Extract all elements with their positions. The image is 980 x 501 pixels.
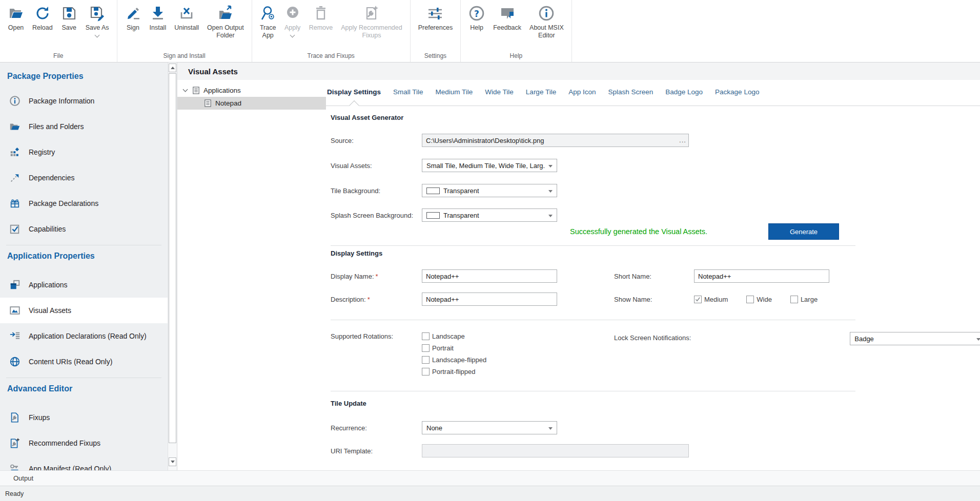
toolbar-button-install[interactable]: Install: [146, 0, 171, 32]
tab-wide-tile[interactable]: Wide Tile: [485, 88, 514, 97]
tab-badge-logo[interactable]: Badge Logo: [665, 88, 703, 97]
sidebar-item-recommended-fixups[interactable]: Recommended Fixups: [0, 430, 168, 456]
checkbox-medium[interactable]: [694, 296, 702, 303]
toolbar-button-open[interactable]: Open: [4, 0, 28, 32]
toolbar-group-settings: PreferencesSettings: [411, 0, 461, 62]
sidebar-item-applications[interactable]: Applications: [0, 272, 168, 298]
sidebar-item-application-declarations-read-only[interactable]: Application Declarations (Read Only): [0, 323, 168, 349]
rotation-option-landscape[interactable]: Landscape: [422, 332, 486, 340]
toolbar-button-trace-app[interactable]: Trace App: [256, 0, 280, 39]
tab-large-tile[interactable]: Large Tile: [526, 88, 556, 97]
visual-assets-select[interactable]: Small Tile, Medium Tile, Wide Tile, Larg…: [422, 159, 557, 172]
checkbox-landscape[interactable]: [422, 332, 430, 340]
toolbar-button-open-output-folder[interactable]: Open Output Folder: [203, 0, 248, 39]
rotation-option-portrait-flipped[interactable]: Portrait-flipped: [422, 368, 486, 375]
tab-splash-screen[interactable]: Splash Screen: [608, 88, 653, 97]
visual-assets-row: Visual Assets: Small Tile, Medium Tile, …: [331, 159, 980, 172]
recurrence-select[interactable]: None: [422, 421, 557, 434]
sidebar-item-registry[interactable]: Registry: [0, 139, 168, 165]
folder-icon: [9, 121, 22, 132]
splash-background-select[interactable]: Transparent: [422, 208, 557, 222]
show-name-option-wide[interactable]: Wide: [746, 296, 772, 303]
scrollbar-thumb[interactable]: [169, 73, 176, 443]
dependency-arrow-icon: [9, 172, 22, 183]
sidebar-item-capabilities[interactable]: Capabilities: [0, 216, 168, 242]
toolbar-button-save[interactable]: Save: [57, 0, 81, 32]
key-list-icon: [9, 463, 22, 470]
source-field[interactable]: ...: [422, 134, 689, 147]
source-input[interactable]: [422, 137, 677, 144]
browse-button[interactable]: ...: [677, 138, 688, 143]
sidebar-item-dependencies[interactable]: Dependencies: [0, 165, 168, 191]
display-name-input[interactable]: [422, 269, 557, 283]
toolbar-button-preferences[interactable]: Preferences: [414, 0, 457, 32]
toolbar-button-apply-recommended-fixups[interactable]: Apply Recommended Fixups: [337, 0, 406, 39]
sidebar-divider: [6, 378, 161, 378]
folder-arrow-icon: [217, 4, 234, 23]
visual-assets-label: Visual Assets:: [331, 162, 422, 170]
scroll-down-button[interactable]: [169, 457, 176, 466]
toolbar-button-apply[interactable]: Apply: [280, 0, 305, 37]
show-name-option-large[interactable]: Large: [790, 296, 818, 303]
tab-small-tile[interactable]: Small Tile: [393, 88, 423, 97]
sidebar-item-files-and-folders[interactable]: Files and Folders: [0, 114, 168, 139]
lock-screen-select[interactable]: Badge: [850, 332, 980, 345]
workspace: Package PropertiesPackage InformationFil…: [0, 62, 980, 470]
checkbox-label: Portrait-flipped: [432, 368, 476, 375]
rotations-row: Supported Rotations: LandscapePortraitLa…: [331, 330, 980, 380]
sidebar-item-label: Visual Assets: [29, 306, 71, 315]
toolbar-button-reload[interactable]: Reload: [28, 0, 57, 32]
rotation-option-portrait[interactable]: Portrait: [422, 344, 486, 352]
sidebar-item-package-declarations[interactable]: Package Declarations: [0, 191, 168, 216]
checkbox-portrait-flipped[interactable]: [422, 368, 430, 375]
sidebar-scrollbar[interactable]: [168, 62, 177, 470]
toolbar-button-label: Open: [8, 24, 24, 32]
uninstall-x-icon: [178, 4, 195, 23]
sidebar-item-label: Package Declarations: [29, 199, 98, 207]
checkbox-wide[interactable]: [746, 296, 754, 303]
toolbar-button-feedback[interactable]: Feedback: [489, 0, 525, 32]
scroll-up-button[interactable]: [169, 64, 176, 72]
section-heading-display-settings: Display Settings: [331, 249, 980, 258]
rotation-option-landscape-flipped[interactable]: Landscape-flipped: [422, 356, 486, 364]
toolbar-button-save-as[interactable]: Save As: [81, 0, 113, 37]
uri-template-input[interactable]: [422, 444, 689, 457]
display-name-row: Display Name:* Short Name:: [331, 269, 980, 283]
tile-background-select[interactable]: Transparent: [422, 184, 557, 197]
sidebar-heading-package-properties: Package Properties: [0, 71, 168, 82]
toolbar-button-sign[interactable]: Sign: [121, 0, 146, 32]
short-name-input[interactable]: [694, 269, 829, 283]
tab-package-logo[interactable]: Package Logo: [715, 88, 759, 97]
checkbox-portrait[interactable]: [422, 344, 430, 352]
checkbox-large[interactable]: [790, 296, 798, 303]
section-divider: [331, 391, 855, 391]
sidebar-item-package-information[interactable]: Package Information: [0, 88, 168, 114]
output-bar[interactable]: Output: [0, 470, 980, 486]
toolbar-button-help[interactable]: ?Help: [464, 0, 489, 32]
output-label: Output: [13, 474, 33, 482]
tab-app-icon[interactable]: App Icon: [568, 88, 596, 97]
toolbar-button-about-msix-editor[interactable]: About MSIX Editor: [525, 0, 568, 39]
toolbar-button-label: Remove: [309, 24, 333, 32]
checkbox-landscape-flipped[interactable]: [422, 356, 430, 364]
sidebar-item-content-uris-read-only[interactable]: Content URIs (Read Only): [0, 349, 168, 374]
tree-item-notepad[interactable]: Notepad: [177, 97, 326, 110]
toolbar-button-uninstall[interactable]: Uninstall: [170, 0, 203, 32]
msix-editor-window: OpenReloadSaveSave AsFileSignInstallUnin…: [0, 0, 980, 501]
tab-display-settings[interactable]: Display Settings: [327, 88, 381, 97]
description-input[interactable]: [422, 293, 557, 306]
toolbar-group-label: Settings: [414, 51, 457, 62]
checkbox-label: Landscape: [432, 332, 465, 340]
tab-medium-tile[interactable]: Medium Tile: [436, 88, 473, 97]
tree-item-applications[interactable]: Applications: [177, 84, 326, 97]
toolbar-button-remove[interactable]: Remove: [305, 0, 337, 32]
sidebar-item-visual-assets[interactable]: Visual Assets: [0, 298, 168, 323]
generate-button[interactable]: Generate: [768, 223, 839, 240]
sidebar-item-app-manifest-read-only[interactable]: App Manifest (Read Only): [0, 456, 168, 470]
checkbox-label: Wide: [757, 296, 772, 303]
section-divider: [331, 320, 855, 320]
info-circle-icon: [9, 95, 22, 107]
sidebar-item-fixups[interactable]: Fixups: [0, 405, 168, 430]
ribbon-toolbar: OpenReloadSaveSave AsFileSignInstallUnin…: [0, 0, 980, 62]
show-name-option-medium[interactable]: Medium: [694, 296, 728, 303]
